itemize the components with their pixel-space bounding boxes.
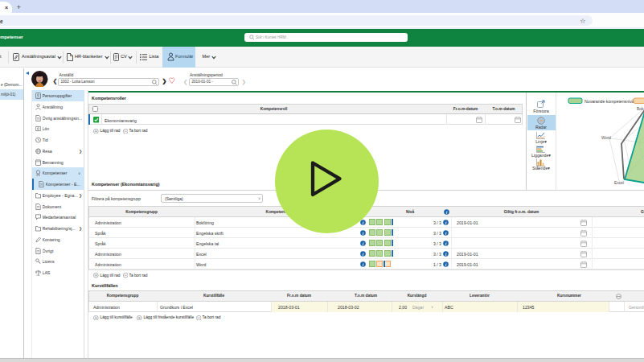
svg-text:Excel: Excel xyxy=(614,180,624,185)
svg-text:Word: Word xyxy=(601,135,611,140)
svg-text:Bok: Bok xyxy=(637,106,644,111)
svg-text:Nuvarande kompetensnivå: Nuvarande kompetensnivå xyxy=(585,99,634,104)
